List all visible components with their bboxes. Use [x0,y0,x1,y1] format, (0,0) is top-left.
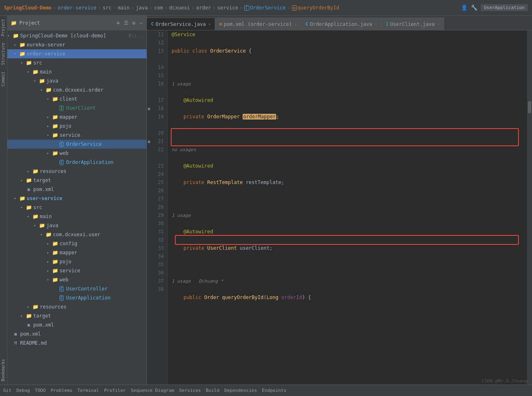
tree-arrow[interactable]: ▸ [47,124,52,128]
tree-item[interactable]: ▾📁main [7,212,147,221]
editor-tab[interactable]: IUserClient.java✕ [382,18,444,30]
tree-arrow[interactable]: ▸ [47,251,52,255]
tree-arrow[interactable]: ▾ [47,278,52,282]
tree-arrow[interactable]: ▾ [21,205,25,210]
tree-arrow[interactable]: ▾ [21,61,25,65]
tree-item[interactable]: ▸📁mapper [7,248,147,257]
tree-item[interactable]: CUserController [7,284,147,293]
tab-close-icon[interactable]: ✕ [208,22,211,26]
user-application-dropdown[interactable]: UserApplication [481,4,528,11]
tree-item[interactable]: mpom.xml [7,320,147,329]
tree-arrow[interactable]: ▾ [34,79,39,83]
tree-arrow[interactable]: ▸ [14,43,19,47]
tree-item[interactable]: ▾📁web [7,275,147,284]
panel-layout-icon[interactable]: ☰ [123,19,129,27]
tree-item[interactable]: ▾📁SpringCloud-Demo [cloud-demo]D:/... [7,31,147,40]
bottom-bar-item[interactable]: Problems [51,388,73,393]
panel-add-icon[interactable]: ⊕ [116,19,120,27]
tree-item[interactable]: ▸📁mapper [7,113,147,122]
tree-item[interactable]: IUserClient [7,104,147,113]
tree-item[interactable]: COrderService [7,140,147,149]
breadcrumb-order-service[interactable]: order-service [58,5,96,11]
tree-arrow[interactable]: ▾ [40,233,45,237]
tree-item[interactable]: ▸📁eureka-server [7,40,147,49]
panel-settings-icon[interactable]: ⚙ [132,19,136,27]
tab-close-icon[interactable]: ✕ [375,22,377,26]
bottom-bar-item[interactable]: Debug [16,388,30,393]
tree-item[interactable]: ▾📁java [7,221,147,230]
bottom-bar-item[interactable]: Git [3,388,11,393]
tree-item[interactable]: ▸📁resources [7,302,147,311]
bottom-bar-item[interactable]: Dependencies [225,388,257,393]
bottom-bar-item[interactable]: Profiler [104,388,126,393]
bottom-bar-item[interactable]: TODO [35,388,46,393]
tree-item[interactable]: ▾📁src [7,58,147,67]
bottom-bar-item[interactable]: Build [206,388,219,393]
tree-arrow[interactable]: ▸ [27,305,32,309]
bookmarks-label[interactable]: Bookmarks [0,356,7,384]
tree-item[interactable]: ▸📁config [7,239,147,248]
tree-arrow[interactable]: ▾ [14,196,19,200]
tree-item[interactable]: ▾📁user-service [7,194,147,203]
tree-arrow[interactable]: ▸ [47,242,52,246]
tree-item[interactable]: ▾📁src [7,203,147,212]
bottom-bar-item[interactable]: Sequence Diagram [131,388,174,393]
tree-arrow[interactable]: ▾ [14,52,19,56]
tree-arrow[interactable]: ▾ [40,88,45,92]
tree-arrow[interactable]: ▸ [27,169,32,173]
bottom-bar-item[interactable]: Services [179,388,201,393]
settings-icon[interactable]: 🔧 [471,5,477,11]
structure-label[interactable]: Structure [0,39,7,68]
bottom-bar-item[interactable]: Terminal [77,388,99,393]
tree-item[interactable]: ▾📁service [7,131,147,140]
user-icon[interactable]: 👤 [461,5,468,11]
commit-label[interactable]: Commit [0,68,7,90]
project-label[interactable]: Project [0,16,7,39]
tree-arrow[interactable]: ▾ [47,133,52,137]
scrollbar-thumb[interactable] [528,101,531,113]
tree-arrow[interactable]: ▾ [47,97,52,101]
tree-item[interactable]: ▸📁target [7,176,147,185]
tree-arrow[interactable]: ▾ [27,70,32,74]
tree-item[interactable]: COrderApplication [7,158,147,167]
project-breadcrumb[interactable]: SpringCloud-Demo [4,5,52,11]
tree-arrow[interactable]: ▸ [21,178,25,182]
editor-tab[interactable]: COrderService.java✕ [147,18,215,30]
editor-tab[interactable]: mpom.xml (order-service)✕ [215,18,301,30]
tree-item[interactable]: ▸📁service [7,266,147,275]
breadcrumb-class[interactable]: COrderService [244,5,286,11]
tree-item[interactable]: ▸📁target [7,311,147,320]
tree-item[interactable]: ▾📁java [7,76,147,85]
tree-item[interactable]: ▸📁resources [7,167,147,176]
tree-item-label: UserApplication [66,295,145,301]
editor-scrollbar[interactable] [527,30,532,384]
tree-item[interactable]: CUserApplication [7,293,147,302]
editor-tab[interactable]: COrderApplication.java✕ [301,18,381,30]
tree-item[interactable]: mpom.xml [7,185,147,194]
tree-arrow[interactable]: ▾ [34,223,39,228]
code-editor[interactable]: 1112131415161718●192021●2223242526272829… [147,30,532,384]
tree-arrow[interactable]: ▾ [7,34,12,38]
tab-close-icon[interactable]: ✕ [294,22,297,26]
panel-minimize-icon[interactable]: — [139,19,143,27]
tree-item[interactable]: ▾📁com.dcxuexi.user [7,230,147,239]
tree-item[interactable]: mpom.xml [7,329,147,338]
tree-item[interactable]: ▸📁pojo [7,122,147,131]
tree-arrow[interactable]: ▸ [47,269,52,273]
tree-item[interactable]: MREADME.md [7,338,147,348]
tree-item[interactable]: ▸📁web [7,149,147,158]
tree-item[interactable]: ▾📁client [7,94,147,104]
tab-close-icon[interactable]: ✕ [437,22,440,26]
tree-arrow[interactable]: ▸ [47,151,52,155]
tree-arrow[interactable]: ▸ [21,314,25,318]
tree-item[interactable]: ▾📁order-service [7,49,147,58]
bottom-bar-item[interactable]: Endpoints [262,388,287,393]
code-content[interactable]: @Servicepublic class OrderService {1 usa… [167,30,527,302]
tree-arrow[interactable]: ▸ [47,115,52,119]
tree-item[interactable]: ▸📁pojo [7,257,147,266]
tree-item[interactable]: ▾📁com.dcxuexi.order [7,85,147,94]
tree-item[interactable]: ▾📁main [7,67,147,76]
tree-arrow[interactable]: ▾ [27,214,32,219]
breadcrumb-method[interactable]: mqueryOrderById [292,5,339,11]
tree-arrow[interactable]: ▸ [47,260,52,264]
